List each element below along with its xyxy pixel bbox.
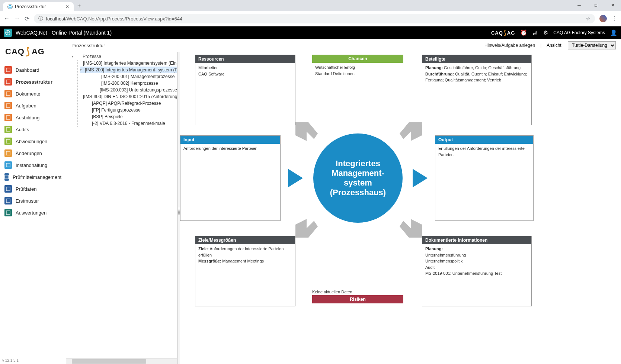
panel-risiken: Risiken [312,295,403,303]
site-info-icon[interactable]: ⓘ [38,15,43,22]
panel-chancen: Chancen Wirtschaftlicher Erfolg Standard… [312,55,403,78]
sidebar-item-prozessstruktur[interactable]: Prozessstruktur [0,76,66,88]
app-logo-icon [4,29,12,37]
sidebar-item-label: Dokumente [16,91,40,97]
svg-rect-5 [6,92,10,96]
create-hint-link[interactable]: Hinweis/Aufgabe anlegen [484,43,535,48]
arrow-bet-icon [396,122,422,145]
panel-ziele: Ziele/Messgrößen Ziele: Anforderungen de… [195,236,295,306]
panel-dokinfo: Dokumentierte Informationen Planung:Unte… [422,236,532,306]
sidebar-item-änderungen[interactable]: Änderungen [0,147,66,159]
alarm-icon[interactable]: ⏰ [520,29,527,36]
panel-output: Output Erfüllungen der Anforderungen der… [435,135,534,221]
back-icon[interactable]: ← [4,15,10,22]
process-icon [85,101,90,106]
panel-input: Input Anforderungen der interessierte Pa… [180,135,281,221]
tree-node[interactable]: [IMS-200.001] Managementprozesse [89,73,177,80]
tree-hscrollbar[interactable] [66,358,177,364]
nav-icon [4,102,12,109]
browser-chrome: ─ □ ✕ 🌐 Prozessstruktur ✕ + ← → ⟳ ⓘ loca… [0,0,621,26]
svg-rect-7 [6,116,10,119]
sidebar-item-label: Prüfdaten [16,186,36,192]
svg-marker-18 [295,219,318,238]
process-icon [85,121,90,126]
sidebar-item-label: Prozessstruktur [16,79,52,85]
nav-icon [4,126,12,133]
tree-node[interactable]: [IMS-300] DIN EN ISO 9001:2015 (Anforder… [80,93,177,100]
menu-icon[interactable]: ⋮ [611,15,617,22]
svg-rect-11 [6,163,10,167]
svg-rect-3 [6,68,10,72]
ressourcen-body: Mitarbeiter CAQ Software [195,63,295,78]
window-close[interactable]: ✕ [604,0,621,10]
sidebar-item-abweichungen[interactable]: Abweichungen [0,135,66,147]
nav-icon [4,185,12,193]
sidebar-item-label: Erstmuster [16,198,39,204]
new-tab-button[interactable]: + [74,1,84,11]
tree-node[interactable]: ▾[IMS-200] Integriertes Management- syst… [80,67,177,73]
process-icon [95,81,100,86]
tree-node[interactable]: [IMS-200.002] Kernprozesse [89,80,177,87]
svg-rect-9 [6,139,10,143]
tree-node[interactable]: [-2] VDA 6.3-2016 - Fragenmerkmale [80,120,177,127]
sidebar-item-prüfdaten[interactable]: Prüfdaten [0,183,66,195]
sidebar-item-label: Dashboard [16,67,39,73]
arrow-res-icon [295,122,321,145]
process-icon [85,108,90,112]
svg-marker-17 [400,122,422,141]
user-icon[interactable]: 👤 [610,29,617,36]
sidebar-item-audits[interactable]: Audits [0,123,66,135]
browser-tab[interactable]: 🌐 Prozessstruktur ✕ [3,2,74,11]
arrow-output-icon [413,169,428,187]
sidebar-item-erstmuster[interactable]: Erstmuster [0,195,66,207]
sidebar-item-ausbildung[interactable]: Ausbildung [0,112,66,123]
user-label[interactable]: CAQ AG Factory Systems [553,30,605,35]
sidebar-item-label: Instandhaltung [16,162,47,168]
tree-node[interactable]: [IMS-200.003] Unterstützungsprozesse [89,87,177,93]
sidebar-item-label: Audits [16,127,29,132]
forward-icon[interactable]: → [14,15,20,22]
sidebar-item-label: Aufgaben [16,103,36,109]
view-label: Ansicht: [547,43,563,48]
reload-icon[interactable]: ⟳ [25,15,29,22]
sidebar-item-prüfmittelmanagement[interactable]: Prüfmittelmanagement [0,171,66,183]
print-icon[interactable]: 🖶 [532,30,538,36]
sidebar-item-dashboard[interactable]: Dashboard [0,64,66,76]
window-maximize[interactable]: □ [588,0,604,10]
nav-icon [4,90,12,97]
tree-node[interactable]: [APQP] APQP/Reifegrad-Prozesse [80,100,177,107]
bookmark-icon[interactable]: ☆ [586,16,590,22]
tree-node[interactable]: [IMS-100] Integriertes Managementsystem … [80,60,177,67]
arrow-input-icon [288,169,303,187]
sidebar-item-label: Änderungen [16,151,42,156]
tree-root[interactable]: ▾Prozesse [71,53,177,60]
sidebar-item-instandhaltung[interactable]: Instandhaltung [0,159,66,171]
process-icon [85,115,90,119]
process-icon [95,74,100,79]
nav-icon [4,209,12,216]
sidebar-item-auswertungen[interactable]: Auswertungen [0,207,66,219]
tree-node[interactable]: [FP] Fertigungsprozesse [80,107,177,113]
process-icon [76,54,81,59]
window-minimize[interactable]: ─ [571,0,588,10]
address-bar[interactable]: ⓘ localhost/WebCAQ.Net/App.Process/Proce… [34,14,595,23]
sidebar-item-label: Ausbildung [16,115,39,120]
risiken-nodata: Keine aktuellen Daten [312,290,352,294]
svg-rect-8 [6,128,10,131]
svg-marker-16 [295,122,318,141]
sidebar-item-dokumente[interactable]: Dokumente [0,88,66,100]
tree-node[interactable]: [BSP] Beispiele [80,113,177,120]
tab-close-icon[interactable]: ✕ [65,4,69,9]
svg-rect-12 [5,175,9,179]
nav-icon [4,114,12,121]
brand-logo: CAQ⟆AG [491,29,515,36]
nav-icon [4,173,9,181]
globe-icon: 🌐 [7,4,13,9]
settings-icon[interactable]: ⚙ [543,29,548,36]
sidebar-item-aufgaben[interactable]: Aufgaben [0,100,66,112]
view-select[interactable]: Turtle-Darstellung [568,41,616,49]
version-label: v 12.1.3.1 [0,357,66,364]
svg-rect-10 [6,151,10,155]
content-header: Prozessstruktur Hinweis/Aufgabe anlegen … [66,39,621,52]
extension-icon[interactable] [599,15,607,22]
